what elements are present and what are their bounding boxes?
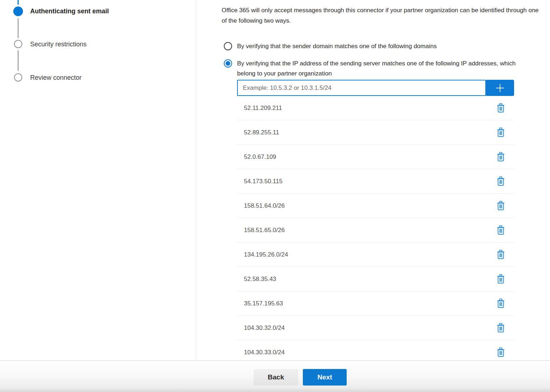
delete-ip-button[interactable] xyxy=(496,176,505,186)
step-current-indicator xyxy=(13,6,23,16)
radio-option-sender-domain[interactable]: By verifying that the sender domain matc… xyxy=(224,41,550,51)
ip-row: 158.51.64.0/26 xyxy=(237,194,514,218)
delete-ip-button[interactable] xyxy=(496,103,505,113)
delete-ip-button[interactable] xyxy=(496,250,505,259)
step-upcoming-indicator xyxy=(14,40,22,48)
ip-row: 104.30.32.0/24 xyxy=(237,316,514,340)
ip-address: 52.11.209.211 xyxy=(244,105,282,112)
ip-row: 35.157.195.63 xyxy=(237,291,514,316)
trash-icon xyxy=(496,323,505,333)
trash-icon xyxy=(496,250,505,259)
trash-icon xyxy=(496,103,505,113)
step-content: Office 365 will only accept messages thr… xyxy=(196,0,550,360)
back-button[interactable]: Back xyxy=(254,369,298,386)
ip-address-input[interactable] xyxy=(237,80,486,96)
ip-address: 52.58.35.43 xyxy=(244,276,276,283)
intro-text: Office 365 will only accept messages thr… xyxy=(222,5,545,26)
ip-address: 134.195.26.0/24 xyxy=(244,251,288,258)
stepper-step-review-connector: Review connector xyxy=(30,74,82,82)
stepper-connector-top xyxy=(18,0,19,5)
delete-ip-button[interactable] xyxy=(496,201,505,211)
stepper-step-authenticating-sent-email: Authenticating sent email xyxy=(30,8,109,15)
ip-row: 158.51.65.0/26 xyxy=(237,218,514,243)
ip-row: 52.89.255.11 xyxy=(237,120,514,145)
trash-icon xyxy=(496,201,505,211)
ip-address: 104.30.32.0/24 xyxy=(244,324,285,332)
ip-address: 158.51.65.0/26 xyxy=(244,227,285,234)
sender-domain-radio[interactable] xyxy=(224,42,232,50)
trash-icon xyxy=(496,128,505,137)
ip-row: 134.195.26.0/24 xyxy=(237,243,514,267)
ip-row: 54.173.50.115 xyxy=(237,169,514,194)
next-button[interactable]: Next xyxy=(303,369,347,386)
delete-ip-button[interactable] xyxy=(496,323,505,333)
ip-address: 54.173.50.115 xyxy=(244,178,282,185)
ip-row: 104.30.33.0/24 xyxy=(237,340,514,360)
radio-option-label: By verifying that the IP address of the … xyxy=(237,59,524,79)
ip-entry-row xyxy=(237,80,550,96)
plus-icon xyxy=(495,83,505,93)
ip-list: 52.11.209.211 52.89.255.11 xyxy=(237,96,514,360)
delete-ip-button[interactable] xyxy=(496,347,505,357)
ip-address: 158.51.64.0/26 xyxy=(244,202,285,209)
ip-address-radio[interactable] xyxy=(224,59,232,68)
trash-icon xyxy=(496,347,505,357)
stepper-connector xyxy=(18,50,19,71)
trash-icon xyxy=(496,299,505,308)
wizard-stepper: Authenticating sent email Security restr… xyxy=(0,0,196,360)
delete-ip-button[interactable] xyxy=(496,128,505,137)
ip-address: 35.157.195.63 xyxy=(244,300,283,307)
delete-ip-button[interactable] xyxy=(496,225,505,235)
ip-address: 52.0.67.109 xyxy=(244,153,276,161)
radio-option-ip-address[interactable]: By verifying that the IP address of the … xyxy=(224,59,550,79)
stepper-step-security-restrictions: Security restrictions xyxy=(30,41,87,48)
add-ip-button[interactable] xyxy=(486,80,514,96)
step-upcoming-indicator xyxy=(14,73,22,82)
wizard-footer: Back Next xyxy=(0,360,550,392)
trash-icon xyxy=(496,152,505,162)
delete-ip-button[interactable] xyxy=(496,299,505,308)
ip-row: 52.58.35.43 xyxy=(237,267,514,291)
trash-icon xyxy=(496,225,505,235)
trash-icon xyxy=(496,274,505,284)
radio-option-label: By verifying that the sender domain matc… xyxy=(237,41,437,51)
ip-row: 52.0.67.109 xyxy=(237,145,514,169)
ip-address: 104.30.33.0/24 xyxy=(244,349,285,356)
stepper-connector xyxy=(18,18,19,38)
ip-address: 52.89.255.11 xyxy=(244,129,279,136)
ip-row: 52.11.209.211 xyxy=(237,96,514,120)
delete-ip-button[interactable] xyxy=(496,274,505,284)
delete-ip-button[interactable] xyxy=(496,152,505,162)
trash-icon xyxy=(496,176,505,186)
